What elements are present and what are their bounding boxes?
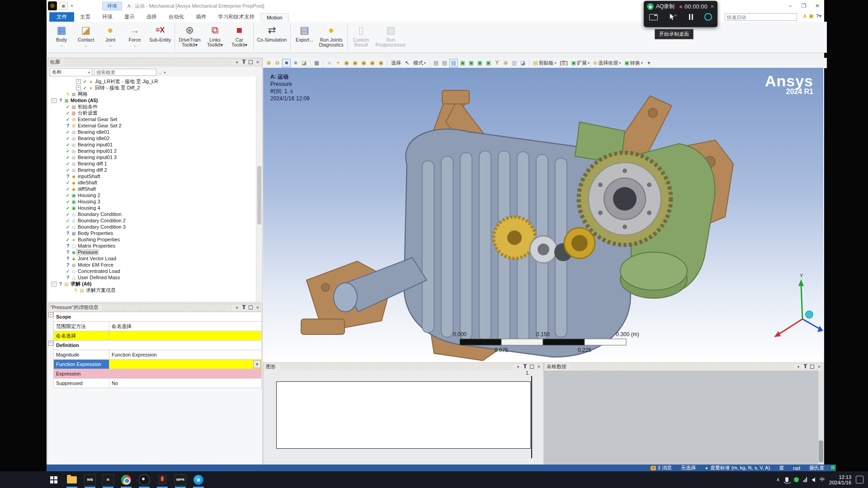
details-row-value[interactable]: 命名选择 <box>109 322 261 331</box>
tree-item[interactable]: ?◆inputShaft <box>48 173 262 179</box>
mic-icon[interactable] <box>704 13 712 21</box>
units-status[interactable]: ▲ 度量标准 (m, kg, N, s, V, A) <box>705 465 770 471</box>
workbench-app-icon[interactable]: WB <box>84 474 96 486</box>
zoom-box-icon[interactable]: ◉ <box>351 59 359 67</box>
tree-item[interactable]: −?▤求解 (A6) <box>48 281 262 287</box>
zoom-prev-icon[interactable]: ◉ <box>360 59 368 67</box>
ribbon-tab-显示[interactable]: 显示 <box>118 12 141 22</box>
tree-item[interactable]: ϟ▤求解方案信息 <box>48 287 262 293</box>
tree-item[interactable]: ?⊛External Gear Set 2 <box>48 122 262 129</box>
expand-toggle-icon[interactable]: − <box>52 282 57 286</box>
tree-item[interactable]: ✓▣Housing 4 <box>48 205 262 211</box>
explorer-icon[interactable] <box>66 474 78 486</box>
ribbon-tab-选择[interactable]: 选择 <box>141 12 163 22</box>
outline-search-input[interactable] <box>94 69 156 76</box>
run-joints-diagnostics-button[interactable]: ●Run JointsDiagnostics <box>316 22 345 52</box>
tree-item[interactable]: ?△User Defined Mass <box>48 274 262 281</box>
tree-item[interactable]: ✓●Bushing Properties <box>48 236 262 243</box>
ribbon-tab-插件[interactable]: 插件 <box>190 12 212 22</box>
extend-dropdown[interactable]: ▣扩展▾ <box>570 60 591 66</box>
tree-item[interactable]: ✓◎Bearing idle02 <box>48 135 262 141</box>
panel-menu-icon[interactable]: ▾ <box>516 365 520 369</box>
expand-toggle-icon[interactable]: + <box>76 85 81 90</box>
tree-item[interactable]: ✓◎Bearing input01 <box>48 141 262 148</box>
tray-green-icon[interactable] <box>794 477 799 482</box>
select-edge-icon[interactable]: ▤ <box>441 59 448 67</box>
select-lasso-icon[interactable]: ▣ <box>476 59 484 67</box>
float-icon[interactable] <box>530 365 534 369</box>
recorder-close-icon[interactable]: ✕ <box>710 4 714 9</box>
close-panel-icon[interactable]: ✕ <box>537 365 541 369</box>
tree-item[interactable]: ✓▣Housing 3 <box>48 198 262 205</box>
filter-type-select[interactable]: 名称▾ <box>50 68 92 76</box>
details-row[interactable]: 范围限定方法命名选择 <box>53 322 262 331</box>
select-box-icon[interactable]: ▣ <box>467 59 475 67</box>
dropdown-arrow-icon[interactable]: ⌄ <box>85 43 88 48</box>
help-icon[interactable]: ?▾ <box>816 13 821 19</box>
pin-icon[interactable] <box>805 365 806 368</box>
tree-item[interactable]: ✓⊛External Gear Set <box>48 116 262 122</box>
details-row-value[interactable]: Function Expression <box>109 350 261 359</box>
close-panel-icon[interactable]: ✕ <box>255 60 260 65</box>
section-view-icon[interactable]: ◪ <box>300 59 308 67</box>
select-face-icon[interactable]: ▤ <box>449 59 458 67</box>
links-toolkit-button[interactable]: ⧉LinksToolkit▾ <box>203 22 227 52</box>
zoom-select-icon[interactable]: ◉ <box>377 59 385 67</box>
chrome-icon[interactable] <box>120 474 132 486</box>
ribbon-tab-主页[interactable]: 主页 <box>74 12 96 22</box>
tree-item[interactable]: ✓◆diffShaft <box>48 186 262 192</box>
network-icon[interactable] <box>803 477 807 482</box>
force-button[interactable]: →Force⌄ <box>123 22 147 52</box>
n-app-icon[interactable]: N <box>102 474 114 486</box>
search-menu-icon[interactable]: ▾ <box>164 70 165 75</box>
tree-item[interactable]: ?▢Matrix Properties <box>48 243 262 249</box>
search-expand-icon[interactable]: ⌄ <box>158 70 162 75</box>
dropdown-arrow-icon[interactable]: ⌄ <box>133 43 137 48</box>
more-options-icon[interactable]: ▾ <box>645 59 653 67</box>
save-icon[interactable]: ▣ <box>59 2 68 10</box>
tree-item[interactable]: ?▦Body Properties <box>48 230 262 236</box>
tree-item[interactable]: ✓◎Bearing diff 1 <box>48 160 262 167</box>
wireframe-icon[interactable]: ■ <box>292 59 299 67</box>
body-button[interactable]: ▦Body⌄ <box>49 22 74 52</box>
tree-item[interactable]: ✓▣Housing 2 <box>48 192 262 198</box>
select-mode[interactable]: 选择 <box>390 60 402 66</box>
details-row[interactable]: Expression <box>53 369 262 379</box>
close-panel-icon[interactable]: ✕ <box>255 305 260 310</box>
camera-app-icon[interactable] <box>138 474 150 486</box>
tree-item[interactable]: ?◍Motor EM Force <box>48 262 262 268</box>
ime-language[interactable]: 中 <box>820 476 825 483</box>
paste-grid-icon[interactable]: ▦ <box>313 59 321 67</box>
tree-item[interactable]: ✓◆idleShaft <box>48 179 262 186</box>
recorder-app-icon[interactable] <box>156 474 168 486</box>
pin-icon[interactable] <box>243 306 245 309</box>
details-row[interactable]: SuppressedNo <box>53 379 262 388</box>
co-simulation-button[interactable]: ⇄Co-Simulation <box>255 22 289 52</box>
select-vertex-icon[interactable]: ▤ <box>432 59 440 67</box>
tree-item[interactable]: ✓◎Bearing diff 2 <box>48 167 262 173</box>
ribbon-tab-Motion[interactable]: Motion <box>260 13 289 22</box>
ribbon-tab-自动化[interactable]: 自动化 <box>163 12 190 22</box>
table-scrollbar[interactable] <box>818 371 824 465</box>
contact-button[interactable]: ◪Contact⌄ <box>74 22 98 52</box>
quickbar-menu-icon[interactable]: ▾ <box>69 2 75 9</box>
panel-menu-icon[interactable]: ▾ <box>235 305 239 310</box>
details-row-value[interactable]: ▼ <box>109 360 261 369</box>
tree-item[interactable]: ✓◇Concentrated Load <box>48 268 262 274</box>
tree-item[interactable]: ✓◇Boundary Condition 2 <box>48 217 262 224</box>
export-button[interactable]: ▤Export... <box>292 22 316 52</box>
pin-icon[interactable] <box>243 61 245 64</box>
chart-icon[interactable]: ◪ <box>519 59 527 67</box>
cursor-icon[interactable]: ↖ <box>403 59 411 67</box>
tree-item[interactable]: +✓●回转 - 接地 至 Diff_2 <box>48 84 262 91</box>
ribbon-tab-学习和技术支持[interactable]: 学习和技术支持 <box>212 12 261 22</box>
details-row-value[interactable] <box>109 369 261 378</box>
float-icon[interactable] <box>249 60 253 64</box>
zoom-out-icon[interactable]: ⊖ <box>274 59 281 67</box>
taskbar-clock[interactable]: 12:13 2024/1/16 <box>829 474 851 485</box>
convert-dropdown[interactable]: ▣转换▾ <box>623 60 644 66</box>
dropdown-arrow-icon[interactable]: ▼ <box>253 360 261 368</box>
edge-icon[interactable]: e <box>193 474 204 486</box>
expand-toggle-icon[interactable]: + <box>76 79 81 84</box>
collapse-section-icon[interactable]: − <box>48 341 53 346</box>
